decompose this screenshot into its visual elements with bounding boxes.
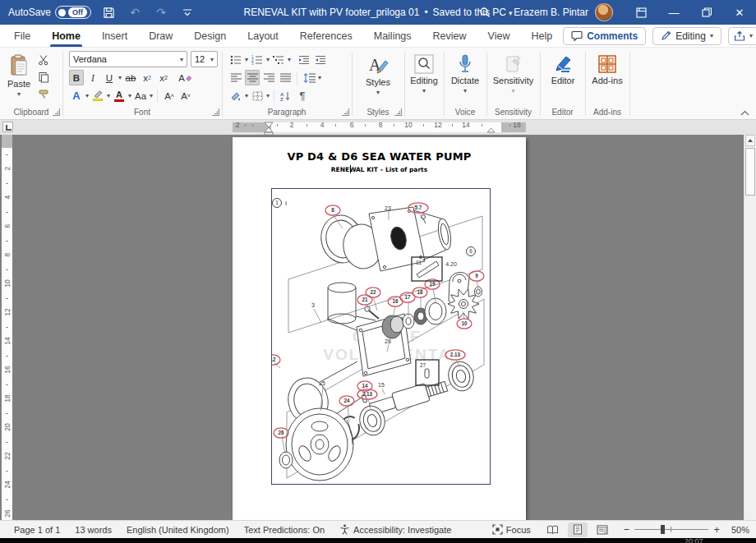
minimize-button[interactable]: — <box>657 0 690 25</box>
change-case-button[interactable]: Aa <box>133 88 148 104</box>
redo-button[interactable]: ↷ <box>152 3 170 21</box>
document-page[interactable]: VP D4 & D6 SEA WATER PUMP RENEWAL KIT – … <box>233 137 526 520</box>
underline-button[interactable]: U <box>102 70 117 85</box>
undo-button[interactable]: ↶ <box>126 3 144 21</box>
tab-insert[interactable]: Insert <box>91 25 138 47</box>
sort-button[interactable]: AZ <box>279 88 293 104</box>
font-dialog-launcher[interactable] <box>212 108 219 116</box>
dictate-button[interactable]: Dictate ▾ <box>448 49 482 107</box>
close-button[interactable]: ✕ <box>723 0 756 25</box>
paste-button[interactable]: Paste ▾ <box>5 49 33 107</box>
show-hide-marks-button[interactable]: ¶ <box>295 88 310 104</box>
text-effects-dropdown[interactable]: ▾ <box>85 93 89 99</box>
print-layout-button[interactable] <box>568 522 588 537</box>
numbering-dropdown[interactable]: ▾ <box>266 57 270 62</box>
editing-mode-button[interactable]: Editing▾ <box>652 27 721 45</box>
tab-file[interactable]: File <box>3 25 41 47</box>
strikethrough-button[interactable]: ab <box>123 70 138 85</box>
font-color-button[interactable]: A <box>112 88 127 104</box>
superscript-button[interactable]: x2 <box>156 70 171 85</box>
line-spacing-button[interactable] <box>302 70 316 85</box>
styles-dialog-launcher[interactable] <box>394 108 402 116</box>
addins-button[interactable]: Add-ins <box>591 49 624 107</box>
restore-button[interactable] <box>690 0 723 25</box>
clear-formatting-button[interactable]: A <box>177 70 192 85</box>
word-count[interactable]: 13 words <box>67 525 119 535</box>
zoom-level[interactable]: 50% <box>725 525 749 535</box>
read-mode-button[interactable] <box>543 522 563 537</box>
shading-dropdown[interactable]: ▾ <box>245 93 248 99</box>
accessibility-status[interactable]: Accessibility: Investigate <box>332 524 459 535</box>
align-center-button[interactable] <box>245 70 260 85</box>
grow-font-button[interactable]: A˄ <box>162 88 177 104</box>
cut-button[interactable] <box>36 52 51 67</box>
borders-button[interactable] <box>250 88 265 104</box>
user-name[interactable]: Erazem B. Pintar <box>514 7 588 18</box>
scroll-up-button[interactable] <box>745 135 755 146</box>
autosave-toggle[interactable]: AutoSave Off <box>8 6 91 19</box>
ribbon-display-options-button[interactable] <box>625 0 657 25</box>
editor-button[interactable]: Editor <box>546 49 579 107</box>
tab-home[interactable]: Home <box>41 25 91 47</box>
tab-view[interactable]: View <box>477 25 521 47</box>
align-left-button[interactable] <box>228 70 243 85</box>
subscript-button[interactable]: x2 <box>140 70 154 85</box>
shrink-font-button[interactable]: A˅ <box>178 88 193 104</box>
increase-indent-button[interactable] <box>313 52 328 67</box>
quick-access-menu-button[interactable] <box>178 3 196 21</box>
font-size-combo[interactable]: 12▾ <box>191 51 218 67</box>
align-right-button[interactable] <box>261 70 276 85</box>
web-layout-button[interactable] <box>592 522 612 537</box>
highlight-dropdown[interactable]: ▾ <box>107 93 110 99</box>
copy-button[interactable] <box>36 69 51 85</box>
zoom-in-button[interactable]: + <box>713 526 720 534</box>
borders-dropdown[interactable]: ▾ <box>266 93 270 99</box>
save-button[interactable] <box>99 3 118 21</box>
editing-button[interactable]: Editing ▾ <box>408 49 440 107</box>
scrollbar-thumb[interactable] <box>745 148 755 196</box>
vertical-ruler[interactable]: 2468101214161820222426 <box>2 135 12 520</box>
share-button[interactable]: ▾ <box>728 27 756 45</box>
zoom-slider-thumb[interactable] <box>661 525 665 534</box>
tab-mailings[interactable]: Mailings <box>363 25 422 47</box>
vertical-scrollbar[interactable] <box>744 135 756 520</box>
avatar[interactable] <box>595 3 613 21</box>
page-indicator[interactable]: Page 1 of 1 <box>7 525 67 535</box>
decrease-indent-button[interactable] <box>297 52 311 67</box>
tab-references[interactable]: References <box>289 25 363 47</box>
focus-mode-button[interactable]: Focus <box>485 524 538 535</box>
underline-dropdown[interactable]: ▾ <box>118 75 122 81</box>
italic-button[interactable]: I <box>85 70 100 85</box>
styles-button[interactable]: A Styles ▾ <box>360 49 396 107</box>
shading-button[interactable] <box>228 88 243 104</box>
format-painter-button[interactable] <box>36 86 51 102</box>
search-button[interactable] <box>476 3 494 21</box>
change-case-dropdown[interactable]: ▾ <box>150 93 153 99</box>
tab-layout[interactable]: Layout <box>237 25 289 47</box>
bullets-button[interactable] <box>228 52 243 67</box>
language-indicator[interactable]: English (United Kingdom) <box>119 525 237 535</box>
tab-help[interactable]: Help <box>520 25 563 47</box>
collapse-ribbon-button[interactable] <box>740 110 749 116</box>
zoom-out-button[interactable]: − <box>624 526 630 534</box>
multilevel-list-button[interactable] <box>271 52 286 67</box>
document-area[interactable]: 2468101214161820222426 VP D4 & D6 SEA WA… <box>0 135 756 520</box>
line-spacing-dropdown[interactable]: ▾ <box>318 75 321 81</box>
highlight-button[interactable] <box>90 88 105 104</box>
font-name-combo[interactable]: Verdana▾ <box>69 51 187 67</box>
justify-button[interactable] <box>278 70 293 85</box>
tab-review[interactable]: Review <box>422 25 477 47</box>
font-color-dropdown[interactable]: ▾ <box>128 93 131 99</box>
text-predictions-indicator[interactable]: Text Predictions: On <box>237 525 332 535</box>
tab-draw[interactable]: Draw <box>138 25 183 47</box>
bullets-dropdown[interactable]: ▾ <box>245 57 248 62</box>
clipboard-dialog-launcher[interactable] <box>53 108 60 116</box>
bold-button[interactable]: B <box>69 70 84 85</box>
multilevel-dropdown[interactable]: ▾ <box>288 57 291 62</box>
zoom-slider[interactable] <box>634 529 708 530</box>
paragraph-dialog-launcher[interactable] <box>342 108 349 116</box>
tab-stop-selector[interactable] <box>2 122 13 132</box>
comments-button[interactable]: Comments <box>563 27 646 45</box>
tab-design[interactable]: Design <box>183 25 237 47</box>
sensitivity-button[interactable]: Sensitivity ▾ <box>491 49 536 107</box>
